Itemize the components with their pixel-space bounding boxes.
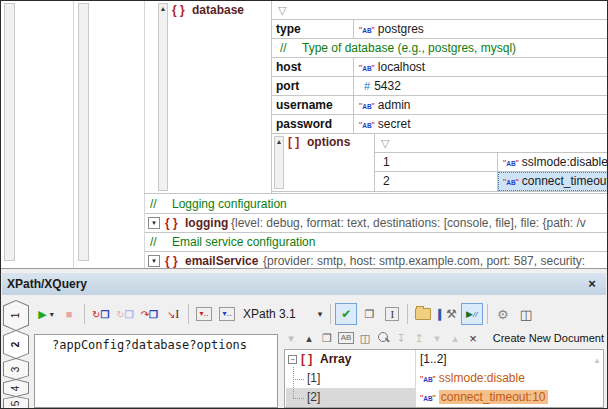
results-tree: − [ ] Array [1..2] ▲ [1] "AB"sslmode:dis… xyxy=(284,349,604,408)
move-up-icon[interactable]: ▴ xyxy=(448,332,462,345)
chevron-down-icon: ▾ xyxy=(50,310,54,319)
collapse-bar-appconfig[interactable] xyxy=(78,3,89,261)
validate-expression-toggle[interactable]: ✔ xyxy=(335,303,357,325)
password-value-cell[interactable]: "AB"secret xyxy=(354,115,607,133)
array-row[interactable]: − [ ] Array [1..2] ▲ xyxy=(285,350,603,369)
copy-window-icon[interactable]: ❐ xyxy=(320,332,334,345)
comment-slashes: // xyxy=(150,233,157,252)
move-down-icon[interactable]: ▾ xyxy=(430,332,444,345)
folder-icon xyxy=(415,308,431,320)
collapse-box-icon[interactable]: − xyxy=(288,355,297,364)
layout-button[interactable]: ◫ xyxy=(515,303,537,325)
nav-up-icon[interactable]: ▴ xyxy=(302,332,316,345)
columns-icon[interactable]: ◫ xyxy=(358,332,372,345)
locate-in-editor-button[interactable]: ↘I xyxy=(162,303,184,325)
language-selector[interactable]: XPath 3.1 ▾ xyxy=(239,307,326,321)
search-icon[interactable] xyxy=(376,332,390,344)
clear-icon[interactable]: × xyxy=(466,331,480,346)
username-row[interactable]: username "AB"admin xyxy=(272,96,607,115)
settings-button[interactable]: ⚙ xyxy=(492,303,514,325)
options-filter-row[interactable]: ▽ xyxy=(375,134,607,153)
host-key-cell[interactable]: host xyxy=(272,58,354,76)
text-view-button[interactable]: I xyxy=(381,303,403,325)
results-window-button[interactable]: ❐ xyxy=(358,303,380,325)
port-key-cell[interactable]: port xyxy=(272,77,354,95)
expression-history-forward-button[interactable]: ▾‥ xyxy=(216,303,238,325)
result-item-row-2-selected[interactable]: [2] "AB"connect_timeout:10 xyxy=(285,388,603,407)
emailservice-key[interactable]: emailService xyxy=(185,252,258,268)
nav-down-icon[interactable]: ▾ xyxy=(284,332,298,345)
collapse-bar-root[interactable] xyxy=(4,3,15,261)
filter-funnel-icon[interactable]: ▽ xyxy=(381,134,389,152)
password-value: secret xyxy=(378,117,411,131)
collapse-up-icon: ▲ xyxy=(159,4,167,13)
close-icon[interactable]: × xyxy=(584,273,600,295)
username-value-cell[interactable]: "AB"admin xyxy=(354,96,607,114)
expand-button[interactable]: ▼ xyxy=(148,255,160,267)
expression-history-back-button[interactable]: ▾‥ xyxy=(193,303,215,325)
host-value-cell[interactable]: "AB"localhost xyxy=(354,58,607,76)
reload-file-button[interactable] xyxy=(412,303,434,325)
panel-title: XPath/XQuery xyxy=(7,277,87,291)
collapse-bar-options[interactable]: ▲ xyxy=(274,136,284,189)
locate-arrow-icon: ↘ xyxy=(167,309,175,320)
port-value-cell[interactable]: #5432 xyxy=(354,77,607,95)
username-value: admin xyxy=(378,98,411,112)
evaluate-disabled-button[interactable]: ↻❐ xyxy=(113,303,136,325)
create-new-document-link[interactable]: Create New Document xyxy=(493,332,606,344)
port-row[interactable]: port #5432 xyxy=(272,77,607,96)
tab-5[interactable]: 5 xyxy=(3,396,29,409)
expand-button[interactable]: ▼ xyxy=(148,217,160,229)
text-cursor-icon: I xyxy=(385,307,399,321)
stop-button[interactable]: ■ xyxy=(58,303,80,325)
type-value-cell[interactable]: "AB"postgres xyxy=(354,20,607,38)
find-prev-icon[interactable]: ↥ xyxy=(412,332,426,345)
logging-row[interactable]: ▼ { } logging {level: debug, format: tex… xyxy=(145,214,607,233)
options-item-row-1[interactable]: 1 "AB"sslmode:disable xyxy=(375,153,607,172)
filter-funnel-icon[interactable]: ▽ xyxy=(278,1,286,19)
username-key-cell[interactable]: username xyxy=(272,96,354,114)
result-item-row-1[interactable]: [1] "AB"sslmode:disable xyxy=(285,369,603,388)
type-key-cell[interactable]: type xyxy=(272,20,354,38)
trace-execution-toggle[interactable]: ▶// xyxy=(461,303,483,325)
scroll-up-icon[interactable]: ▲ xyxy=(593,351,601,370)
evaluate-on-edit-button[interactable]: ↻❐ xyxy=(89,303,112,325)
password-row[interactable]: password "AB"secret xyxy=(272,115,607,134)
emailservice-row[interactable]: ▼ { } emailService {provider: smtp, host… xyxy=(145,252,607,268)
index-cell[interactable]: 2 xyxy=(375,172,498,191)
find-next-icon[interactable]: ↧ xyxy=(394,332,408,345)
options-key[interactable]: options xyxy=(307,135,350,149)
expression-editor[interactable]: ?appConfig?database?options xyxy=(34,334,278,408)
option-2-value-cell-selected[interactable]: "AB"connect_timeout:10 xyxy=(498,172,607,191)
filter-row[interactable]: ▽ xyxy=(272,1,607,20)
setup-tools-button[interactable]: ▍⚒ xyxy=(435,303,459,325)
options-cell[interactable]: ▲ [ ] options xyxy=(272,134,375,191)
item-value-cell[interactable]: "AB"sslmode:disable xyxy=(420,369,525,389)
string-type-icon: "AB" xyxy=(420,369,436,389)
panel-header[interactable]: XPath/XQuery × xyxy=(2,273,606,295)
tab-3[interactable]: 3 xyxy=(3,358,29,380)
expression-text: ?appConfig?database?options xyxy=(52,338,247,352)
tab-1[interactable]: 1 xyxy=(3,300,29,331)
password-key-cell[interactable]: password xyxy=(272,115,354,133)
evaluate-selection-button[interactable]: ↷❐ xyxy=(138,303,161,325)
hammer-wrench-icon: ⚒ xyxy=(446,307,457,321)
tab-2-active[interactable]: 2 xyxy=(3,330,29,359)
toolbar-separator xyxy=(487,304,488,324)
type-row[interactable]: type "AB"postgres xyxy=(272,20,607,39)
options-item-row-2[interactable]: 2 "AB"connect_timeout:10 xyxy=(375,172,607,191)
framed-a-icon[interactable]: AB xyxy=(338,332,354,344)
tab-4[interactable]: 4 xyxy=(3,379,29,397)
option-1-value-cell[interactable]: "AB"sslmode:disable xyxy=(498,153,607,171)
evaluate-run-button[interactable]: ▶ ▾ xyxy=(35,303,57,325)
item-value-cell[interactable]: "AB"connect_timeout:10 xyxy=(420,388,548,408)
database-key[interactable]: database xyxy=(192,3,244,17)
logging-comment-row[interactable]: // Logging configuration xyxy=(145,195,607,214)
host-row[interactable]: host "AB"localhost xyxy=(272,58,607,77)
logging-key[interactable]: logging xyxy=(185,214,228,233)
collapse-bar-database[interactable]: ▲ xyxy=(158,3,168,191)
index-cell[interactable]: 1 xyxy=(375,153,498,171)
type-comment-row[interactable]: // Type of database (e.g., postgres, mys… xyxy=(272,39,607,58)
email-comment-row[interactable]: // Email service configuration xyxy=(145,233,607,252)
database-cell[interactable]: ▲ { } database xyxy=(145,1,271,193)
